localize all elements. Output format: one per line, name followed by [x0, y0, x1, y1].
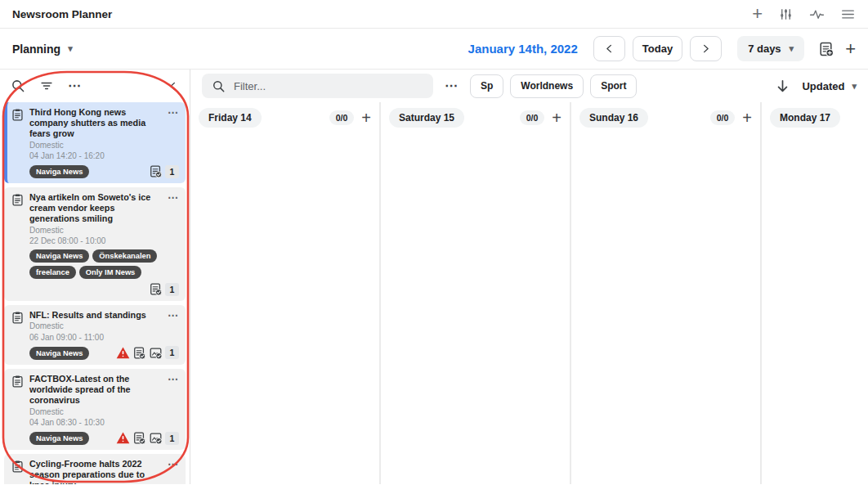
- day-label: Sunday 16: [579, 108, 648, 128]
- activity-pulse-icon[interactable]: [809, 7, 825, 22]
- image-check-icon: [149, 431, 163, 445]
- card-body: Cycling-Froome halts 2022 season prepara…: [29, 459, 179, 484]
- current-date-label[interactable]: January 14th, 2022: [468, 42, 578, 56]
- date-navigation: January 14th, 2022 Today 7 days ▾ +: [468, 36, 856, 61]
- item-count-badge: 0/0: [329, 110, 355, 125]
- search-icon[interactable]: [11, 79, 25, 93]
- card-time: 06 Jan 09:00 - 11:00: [29, 333, 179, 344]
- day-label: Friday 14: [199, 108, 262, 128]
- article-icon: [11, 311, 25, 325]
- range-label: 7 days: [748, 43, 781, 55]
- app-title: Newsroom Planner: [12, 8, 112, 20]
- search-icon: [212, 79, 226, 93]
- article-icon: [11, 460, 25, 474]
- day-columns: Friday 14 0/0 + Saturday 15 0/0 +: [190, 102, 868, 484]
- tag-pill: Naviga News: [29, 165, 89, 178]
- tag-pill: Önskekanalen: [92, 249, 157, 263]
- news-card[interactable]: NFL: Results and standings ⋯ Domestic 06…: [4, 305, 186, 365]
- article-icon: [11, 108, 25, 122]
- day-column-saturday: Saturday 15 0/0 +: [381, 102, 571, 484]
- card-category: Domestic: [29, 407, 179, 418]
- next-period-button[interactable]: [690, 36, 722, 61]
- card-more-button[interactable]: ⋯: [168, 374, 179, 384]
- day-column-sunday: Sunday 16 0/0 +: [571, 102, 762, 484]
- add-icon[interactable]: +: [845, 40, 856, 58]
- more-filters-icon[interactable]: ⋯: [445, 79, 459, 92]
- card-title: Cycling-Froome halts 2022 season prepara…: [29, 459, 163, 484]
- card-time: 22 Dec 08:00 - 10:00: [29, 236, 179, 247]
- view-selector-label: Planning: [12, 43, 60, 56]
- add-event-note-icon[interactable]: [818, 41, 834, 57]
- note-check-icon: [149, 282, 163, 296]
- sort-direction-arrow-icon[interactable]: [775, 79, 790, 94]
- news-card-list: Third Hong Kong news company shutters as…: [0, 102, 190, 484]
- sort-dropdown[interactable]: Updated ▾: [802, 80, 857, 92]
- tag-pill: Naviga News: [29, 347, 89, 360]
- card-title: Nya artikeln om Soweto's ice cream vendo…: [29, 192, 163, 225]
- tag-chip-sp[interactable]: Sp: [470, 74, 503, 98]
- day-column-friday: Friday 14 0/0 +: [190, 102, 381, 484]
- sort-label: Updated: [802, 80, 844, 92]
- news-card[interactable]: Cycling-Froome halts 2022 season prepara…: [4, 454, 186, 484]
- chevron-down-icon: ▾: [68, 43, 73, 54]
- note-check-icon: [132, 431, 146, 445]
- main-content: ⋯ Third Hong Kong news company shutters …: [0, 70, 868, 484]
- item-count-badge: 0/0: [520, 110, 545, 125]
- tag-pill: freelance: [29, 266, 76, 279]
- top-bar-actions: +: [752, 5, 856, 23]
- card-time: 04 Jan 14:20 - 16:20: [29, 151, 179, 162]
- top-bar: Newsroom Planner +: [0, 0, 868, 29]
- card-time: 04 Jan 08:30 - 10:30: [29, 418, 179, 429]
- tune-filters-icon[interactable]: [778, 7, 794, 22]
- hamburger-menu-icon[interactable]: [840, 7, 856, 22]
- day-label: Monday 17: [770, 108, 840, 128]
- range-dropdown[interactable]: 7 days ▾: [737, 36, 804, 61]
- filter-list-icon[interactable]: [39, 79, 54, 93]
- add-item-icon[interactable]: +: [361, 110, 371, 126]
- card-more-button[interactable]: ⋯: [168, 107, 179, 118]
- news-card[interactable]: Third Hong Kong news company shutters as…: [4, 102, 186, 183]
- planning-bar: Planning ▾ January 14th, 2022 Today 7 da…: [0, 29, 868, 70]
- tag-pill: Naviga News: [29, 432, 89, 445]
- version-count-badge: 1: [165, 432, 179, 445]
- tag-chip-sport[interactable]: Sport: [590, 74, 637, 98]
- prev-period-button[interactable]: [593, 36, 625, 61]
- filter-search-box[interactable]: [202, 74, 433, 98]
- card-body: FACTBOX-Latest on the worldwide spread o…: [29, 374, 179, 445]
- add-item-icon[interactable]: +: [742, 110, 752, 126]
- tag-pill: Only IM News: [79, 266, 141, 279]
- card-more-button[interactable]: ⋯: [168, 192, 179, 203]
- filter-chips: Sp Worldnews Sport: [470, 74, 637, 98]
- card-title: Third Hong Kong news company shutters as…: [29, 107, 163, 140]
- board-toolbar: ⋯ Sp Worldnews Sport Updated ▾: [190, 70, 868, 102]
- planning-board: ⋯ Sp Worldnews Sport Updated ▾ Friday 14…: [190, 70, 868, 484]
- tag-pill: Naviga News: [29, 249, 89, 263]
- today-button[interactable]: Today: [633, 36, 682, 61]
- filter-input[interactable]: [234, 80, 423, 92]
- card-title: NFL: Results and standings: [29, 310, 163, 321]
- article-icon: [11, 193, 25, 207]
- add-item-icon[interactable]: +: [552, 110, 562, 126]
- view-selector-dropdown[interactable]: Planning ▾: [12, 43, 73, 56]
- day-column-monday: Monday 17: [762, 102, 868, 484]
- news-card[interactable]: Nya artikeln om Soweto's ice cream vendo…: [4, 187, 186, 301]
- image-check-icon: [149, 346, 163, 360]
- card-title: FACTBOX-Latest on the worldwide spread o…: [29, 374, 163, 406]
- card-body: NFL: Results and standings ⋯ Domestic 06…: [29, 310, 179, 360]
- version-count-badge: 1: [165, 346, 179, 359]
- sidebar-toolbar: ⋯: [0, 70, 190, 102]
- card-more-button[interactable]: ⋯: [168, 459, 179, 469]
- item-count-badge: 0/0: [710, 110, 736, 125]
- more-options-icon[interactable]: ⋯: [68, 79, 82, 92]
- chevron-down-icon: ▾: [852, 81, 857, 92]
- collapse-sidebar-icon[interactable]: [167, 80, 179, 92]
- card-more-button[interactable]: ⋯: [168, 310, 179, 321]
- warning-icon: [116, 346, 130, 360]
- sidebar-panel: ⋯ Third Hong Kong news company shutters …: [0, 70, 190, 484]
- news-card[interactable]: FACTBOX-Latest on the worldwide spread o…: [4, 369, 186, 450]
- card-category: Domestic: [29, 141, 179, 151]
- tag-chip-worldnews[interactable]: Worldnews: [510, 74, 584, 98]
- version-count-badge: 1: [165, 165, 179, 178]
- add-icon[interactable]: +: [752, 5, 763, 23]
- card-category: Domestic: [29, 321, 179, 332]
